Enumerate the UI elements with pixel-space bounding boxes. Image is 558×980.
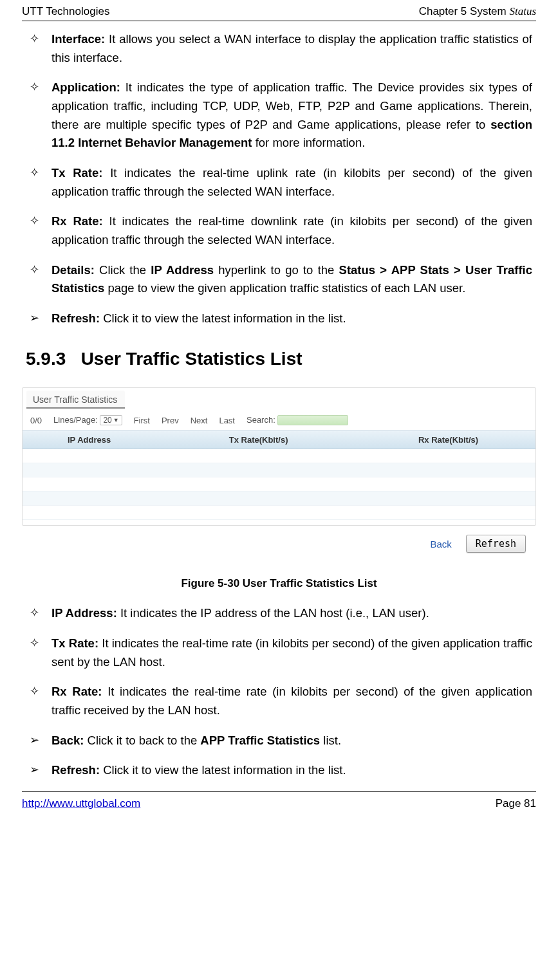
pager-prev[interactable]: Prev [162,416,179,425]
panel-tab[interactable]: User Traffic Statistics [26,391,125,409]
figure-user-traffic-statistics: User Traffic Statistics 0/0 Lines/Page: … [22,387,536,591]
figure-caption: Figure 5-30 User Traffic Statistics List [22,577,536,590]
definition-list-bottom: ✧ IP Address: It indicates the IP addres… [22,604,536,780]
col-tx-rate: Tx Rate(Kbit/s) [156,431,361,448]
arrow-icon: ➢ [30,761,39,779]
item-details: ✧ Details: Click the IP Address hyperlin… [26,261,532,298]
table-row [23,492,535,506]
desc-application-b: for more information. [252,136,366,149]
desc-back-b: list. [320,734,341,747]
lines-select[interactable]: 20 ▼ [100,415,122,425]
figure-actions: Back Refresh [22,526,536,554]
header-right-prefix: Chapter 5 System [419,5,510,17]
page-footer: http://www.uttglobal.com Page 81 [22,795,536,810]
header-rule [22,21,536,21]
page-header: UTT Technologies Chapter 5 System Status [22,5,536,21]
term-ip-address: IP Address: [51,606,117,620]
ref-app-traffic-statistics: APP Traffic Statistics [200,734,320,747]
item-refresh-2: ➢ Refresh: Click it to view the latest i… [26,761,532,780]
diamond-icon: ✧ [30,212,39,230]
lines-per-page: Lines/Page: 20 ▼ [53,415,122,425]
screenshot-panel: User Traffic Statistics 0/0 Lines/Page: … [22,387,536,526]
section-title: User Traffic Statistics List [81,349,302,369]
item-interface: ✧ Interface: It allows you select a WAN … [26,30,532,67]
term-tx-rate-2: Tx Rate: [51,636,98,650]
table-row [23,463,535,477]
table-row [23,477,535,492]
term-application: Application: [51,80,120,94]
col-rx-rate: Rx Rate(Kbit/s) [361,431,535,448]
diamond-icon: ✧ [30,261,39,279]
definition-list-top: ✧ Interface: It allows you select a WAN … [22,30,536,328]
table-row [23,449,535,463]
pager-last[interactable]: Last [219,416,235,425]
desc-details-a: Click the [95,263,151,277]
pager-next[interactable]: Next [191,416,208,425]
item-refresh: ➢ Refresh: Click it to view the latest i… [26,310,532,328]
table-row [23,506,535,520]
desc-application-a: It indicates the type of application tra… [51,80,532,131]
desc-tx-rate-2: It indicates the real-time rate (in kilo… [51,636,532,669]
term-refresh-2: Refresh: [51,763,100,777]
refresh-button[interactable]: Refresh [466,535,526,553]
search-group: Search: [246,415,348,426]
term-details: Details: [51,263,95,277]
term-interface: Interface: [51,32,105,46]
search-input[interactable] [277,415,348,425]
desc-refresh-2: Click it to view the latest information … [100,763,346,777]
item-tx-rate-2: ✧ Tx Rate: It indicates the real-time ra… [26,634,532,671]
header-right-status: Status [509,5,536,17]
diamond-icon: ✧ [30,30,39,48]
item-tx-rate: ✧ Tx Rate: It indicates the real-time up… [26,164,532,201]
counter-label: 0/0 [30,416,42,425]
desc-details-c: page to view the given application traff… [104,281,465,295]
desc-tx-rate: It indicates the real-time uplink rate (… [51,166,532,198]
desc-rx-rate: It indicates the real-time downlink rate… [51,214,532,246]
term-rx-rate: Rx Rate: [51,214,103,228]
page-number: Page 81 [496,797,536,810]
diamond-icon: ✧ [30,164,39,182]
ref-ip-address: IP Address [151,263,214,277]
item-application: ✧ Application: It indicates the type of … [26,79,532,153]
section-heading: 5.9.3 User Traffic Statistics List [22,349,536,369]
section-number: 5.9.3 [26,349,66,369]
pager-first[interactable]: First [134,416,150,425]
lines-value: 20 [103,416,111,425]
term-tx-rate: Tx Rate: [51,166,103,180]
search-label: Search: [246,415,275,425]
back-link[interactable]: Back [430,539,451,550]
diamond-icon: ✧ [30,604,39,622]
table-header: IP Address Tx Rate(Kbit/s) Rx Rate(Kbit/… [23,430,535,449]
lines-label: Lines/Page: [53,415,98,425]
desc-interface: It allows you select a WAN interface to … [51,32,532,64]
desc-rx-rate-2: It indicates the real-time rate (in kilo… [51,685,532,717]
desc-refresh: Click it to view the latest information … [100,311,346,325]
item-back: ➢ Back: Click it to back to the APP Traf… [26,732,532,750]
header-right: Chapter 5 System Status [419,5,536,18]
arrow-icon: ➢ [30,732,39,750]
table-controls: 0/0 Lines/Page: 20 ▼ First Prev Next Las… [23,409,535,431]
term-back: Back: [51,734,84,747]
desc-ip-address: It indicates the IP address of the LAN h… [117,606,429,620]
footer-url[interactable]: http://www.uttglobal.com [22,797,140,810]
diamond-icon: ✧ [30,634,39,652]
arrow-icon: ➢ [30,310,39,328]
term-refresh: Refresh: [51,311,100,325]
footer-rule [22,791,536,792]
item-rx-rate: ✧ Rx Rate: It indicates the real-time do… [26,212,532,249]
desc-details-b: hyperlink to go to the [214,263,339,277]
col-ip-address: IP Address [23,431,156,448]
item-ip-address: ✧ IP Address: It indicates the IP addres… [26,604,532,623]
chevron-down-icon: ▼ [113,417,119,423]
diamond-icon: ✧ [30,683,39,701]
header-left: UTT Technologies [22,5,109,18]
term-rx-rate-2: Rx Rate: [51,685,102,698]
item-rx-rate-2: ✧ Rx Rate: It indicates the real-time ra… [26,683,532,719]
diamond-icon: ✧ [30,79,39,97]
desc-back-a: Click it to back to the [84,734,200,747]
